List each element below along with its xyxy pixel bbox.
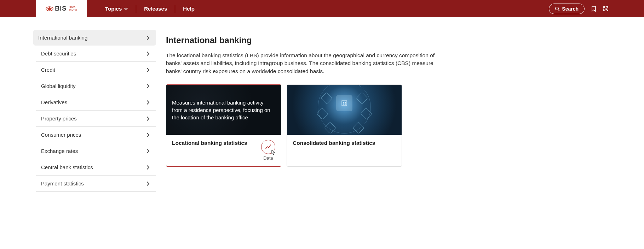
sidebar-item-label: Payment statistics [41,180,84,186]
nav-topics[interactable]: Topics [97,6,136,12]
page-title: International banking [166,35,503,45]
card-image: Measures international banking activity … [166,85,281,135]
svg-rect-5 [345,102,346,103]
sidebar-item-exchange-rates[interactable]: Exchange rates [36,143,156,159]
sidebar-item-label: International banking [38,35,87,41]
card-image [287,85,402,135]
chevron-right-icon [146,132,150,137]
cards-row: Measures international banking activity … [166,84,503,167]
svg-line-2 [558,10,560,11]
sidebar-item-label: Debt securities [41,51,76,57]
brand-subtitle: Data Portal [69,6,77,12]
sidebar-item-credit[interactable]: Credit [36,62,156,78]
card-data-button[interactable]: Data [261,140,275,161]
card-title: Consolidated banking statistics [293,140,375,146]
card-title: Locational banking statistics [172,140,247,146]
chevron-right-icon [146,165,150,170]
data-label: Data [263,155,273,161]
sidebar-item-international-banking[interactable]: International banking [33,30,156,46]
svg-rect-6 [343,103,344,105]
fullscreen-button[interactable] [603,6,609,12]
logo-mark-icon [46,6,53,11]
main-content: International banking The locational ban… [156,30,517,192]
sidebar-item-label: Property prices [41,115,77,121]
top-right-actions: Search [549,4,609,14]
header-divider [0,27,644,27]
nav-topics-label: Topics [105,6,122,12]
sidebar-item-label: Credit [41,67,55,73]
sidebar-item-consumer-prices[interactable]: Consumer prices [36,127,156,143]
expand-icon [603,6,609,12]
nav-releases[interactable]: Releases [136,6,175,12]
card-consolidated-banking[interactable]: Consolidated banking statistics [287,84,402,167]
card-overlay-text: Measures international banking activity … [166,85,281,135]
chevron-right-icon [146,67,150,72]
page-description: The locational banking statistics (LBS) … [166,52,449,75]
sidebar-item-label: Derivatives [41,99,67,105]
search-icon [555,6,560,11]
sidebar-item-debt-securities[interactable]: Debt securities [36,46,156,62]
sidebar-item-derivatives[interactable]: Derivatives [36,94,156,111]
sidebar-item-payment-statistics[interactable]: Payment statistics [36,176,156,192]
chevron-right-icon [146,35,150,40]
chevron-right-icon [146,51,150,56]
chevron-right-icon [146,181,150,186]
brand-name: BIS [55,5,67,12]
search-button[interactable]: Search [549,4,585,14]
nav-help[interactable]: Help [175,6,202,12]
top-navigation-bar: BIS Data Portal Topics Releases Help Sea… [0,0,644,17]
line-chart-icon [261,140,275,154]
brand-logo[interactable]: BIS Data Portal [36,0,87,17]
nav-help-label: Help [183,6,195,12]
search-label: Search [562,6,579,12]
chevron-right-icon [146,84,150,89]
sidebar-item-central-bank-statistics[interactable]: Central bank statistics [36,159,156,176]
sidebar-item-global-liquidity[interactable]: Global liquidity [36,78,156,94]
chevron-right-icon [146,149,150,154]
card-locational-banking[interactable]: Measures international banking activity … [166,84,281,167]
chevron-right-icon [146,100,150,105]
nav-releases-label: Releases [144,6,167,12]
sidebar-item-label: Global liquidity [41,83,76,89]
svg-rect-4 [343,102,344,103]
chevron-right-icon [146,116,150,121]
chevron-down-icon [124,7,128,11]
sidebar-item-label: Consumer prices [41,132,81,138]
sidebar-item-property-prices[interactable]: Property prices [36,111,156,127]
svg-rect-7 [345,103,346,105]
svg-rect-3 [342,101,347,106]
bookmark-button[interactable] [591,6,597,12]
topics-sidebar: International banking Debt securities Cr… [33,30,156,192]
bookmark-icon [591,6,597,12]
primary-nav: Topics Releases Help [97,5,202,13]
sidebar-item-label: Central bank statistics [41,164,93,170]
sidebar-item-label: Exchange rates [41,148,78,154]
